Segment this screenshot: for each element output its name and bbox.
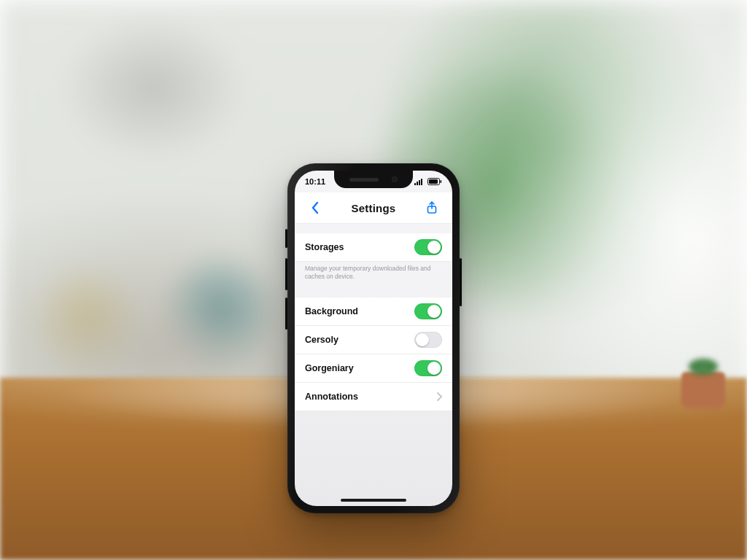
toggle-cersoly[interactable]	[414, 332, 442, 348]
status-right-cluster	[414, 178, 442, 185]
volume-up-button	[285, 258, 287, 290]
back-button[interactable]	[302, 201, 328, 214]
front-camera	[392, 176, 398, 182]
svg-rect-5	[441, 180, 442, 183]
earpiece-speaker	[349, 178, 379, 182]
navigation-bar: Settings	[295, 192, 452, 224]
svg-rect-6	[429, 179, 438, 184]
toggle-background[interactable]	[414, 303, 442, 319]
battery-icon	[427, 178, 442, 185]
row-label: Gorgeniary	[305, 363, 354, 373]
page-title: Settings	[352, 202, 396, 214]
smartphone-device: 10:11	[287, 163, 460, 513]
row-storages[interactable]: Storages	[295, 233, 452, 262]
row-label: Storages	[305, 242, 344, 252]
row-gorgeniary[interactable]: Gorgeniary	[295, 354, 452, 383]
row-storages-footer: Manage your temporary downloaded files a…	[295, 262, 452, 287]
svg-rect-2	[419, 180, 420, 185]
settings-group-1: Storages	[295, 233, 452, 262]
chevron-right-icon	[436, 392, 442, 401]
cellular-signal-icon	[414, 178, 425, 185]
settings-group-2: Background Cersoly Gorgeniary	[295, 298, 452, 411]
row-annotations[interactable]: Annotations	[295, 383, 452, 411]
mute-switch	[285, 229, 287, 248]
home-indicator[interactable]	[341, 499, 406, 502]
settings-content[interactable]: Storages Manage your temporary downloade…	[295, 223, 452, 506]
svg-rect-1	[417, 182, 418, 185]
chevron-left-icon	[311, 201, 320, 214]
row-cersoly[interactable]: Cersoly	[295, 326, 452, 354]
volume-down-button	[285, 298, 287, 330]
svg-rect-3	[421, 179, 422, 185]
row-label: Cersoly	[305, 335, 338, 345]
row-label: Annotations	[305, 392, 358, 402]
phone-screen: 10:11	[295, 171, 452, 506]
share-button[interactable]	[419, 201, 445, 214]
row-label: Background	[305, 306, 358, 316]
svg-rect-0	[414, 183, 416, 185]
share-icon	[426, 201, 438, 214]
display-notch	[334, 171, 413, 188]
plant-pot	[681, 372, 725, 408]
toggle-storages[interactable]	[414, 239, 442, 255]
power-button	[460, 258, 462, 306]
status-time: 10:11	[305, 177, 325, 186]
row-background[interactable]: Background	[295, 298, 452, 326]
toggle-gorgeniary[interactable]	[414, 360, 442, 376]
